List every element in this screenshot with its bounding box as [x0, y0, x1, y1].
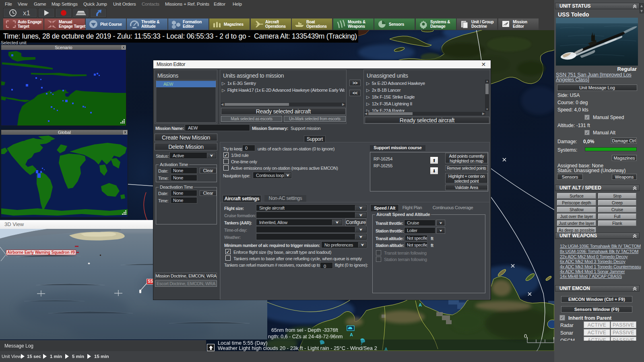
svg-text:x1: x1 — [23, 9, 30, 17]
svg-text:A: A — [419, 302, 422, 307]
svg-text:A: A — [350, 332, 353, 337]
svg-text:0: 0 — [524, 333, 527, 339]
